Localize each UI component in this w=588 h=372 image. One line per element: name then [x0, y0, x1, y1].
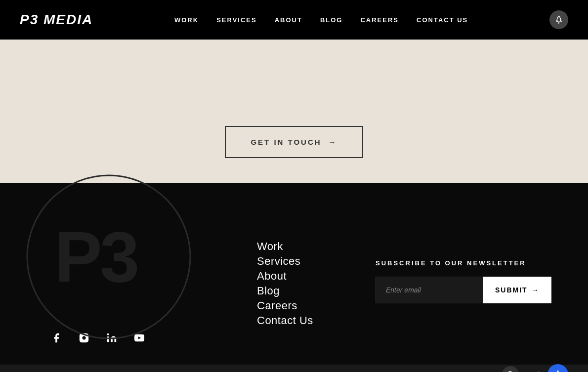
- revain-badge: Revain: [502, 364, 568, 372]
- p3-circle-logo: P3: [25, 173, 193, 341]
- nav-item-about[interactable]: ABOUT: [275, 16, 302, 24]
- footer-main: P3: [0, 183, 588, 365]
- footer-nav-item-blog: Blog: [257, 285, 376, 297]
- footer-bottom: Terms and conditions | © 2022, P3 Media.…: [0, 365, 588, 372]
- accessibility-icon: [553, 370, 563, 372]
- rocket-icon: [554, 15, 563, 24]
- footer-bottom-wrapper: Terms and conditions | © 2022, P3 Media.…: [0, 365, 588, 372]
- nav-item-contact[interactable]: CONTACT US: [417, 16, 468, 24]
- email-input[interactable]: [376, 277, 483, 303]
- newsletter-form: SUBMIT →: [376, 277, 548, 303]
- nav-item-blog[interactable]: BLOG: [320, 16, 343, 24]
- submit-arrow: →: [532, 286, 540, 294]
- get-in-touch-button[interactable]: GET IN TOUCH →: [225, 126, 363, 158]
- footer-logo-area: P3: [40, 212, 237, 345]
- hero-section: GET IN TOUCH →: [0, 40, 588, 183]
- get-in-touch-arrow: →: [329, 138, 337, 146]
- logo[interactable]: P3 MEDIA: [20, 12, 93, 28]
- footer-nav-item-services: Services: [257, 255, 376, 268]
- footer: P3: [0, 183, 588, 372]
- nav-links: WORK SERVICES ABOUT BLOG CAREERS CONTACT…: [174, 15, 468, 24]
- get-in-touch-label: GET IN TOUCH: [251, 138, 321, 146]
- accessibility-button[interactable]: [547, 364, 568, 372]
- submit-label: SUBMIT: [495, 286, 528, 294]
- nav-item-careers[interactable]: CAREERS: [360, 16, 399, 24]
- footer-nav-item-work: Work: [257, 240, 376, 253]
- footer-nav-list: Work Services About Blog Careers Contact…: [257, 240, 376, 327]
- submit-button[interactable]: SUBMIT →: [483, 277, 551, 303]
- footer-nav-item-contact: Contact Us: [257, 314, 376, 327]
- footer-nav-item-careers: Careers: [257, 299, 376, 312]
- nav-item-services[interactable]: SERVICES: [216, 16, 257, 24]
- svg-text:P3: P3: [54, 217, 137, 297]
- footer-logo-circle: P3: [25, 173, 193, 341]
- nav-item-work[interactable]: WORK: [174, 16, 199, 24]
- newsletter-title: SUBSCRIBE TO OUR NEWSLETTER: [376, 259, 548, 267]
- footer-nav-item-about: About: [257, 270, 376, 283]
- rocket-icon-button[interactable]: [549, 10, 568, 29]
- navbar: P3 MEDIA WORK SERVICES ABOUT BLOG CAREER…: [0, 0, 588, 40]
- revain-search-icon[interactable]: [502, 366, 519, 372]
- footer-nav: Work Services About Blog Careers Contact…: [257, 212, 376, 345]
- newsletter-area: SUBSCRIBE TO OUR NEWSLETTER SUBMIT →: [376, 212, 548, 345]
